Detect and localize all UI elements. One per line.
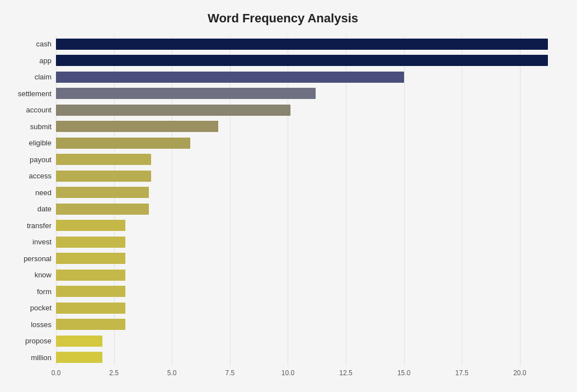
bar-row-account xyxy=(56,103,555,117)
bar-row-access xyxy=(56,169,555,183)
y-label-payout: payout xyxy=(11,152,51,167)
y-label-pocket: pocket xyxy=(11,301,51,315)
x-tick-4: 10.0 xyxy=(282,369,294,377)
bar-row-eligible xyxy=(56,136,555,150)
y-label-cash: cash xyxy=(11,37,51,51)
chart-body: cashappclaimsettlementaccountsubmiteligi… xyxy=(11,36,555,366)
grid-line-5 xyxy=(346,36,346,366)
y-label-losses: losses xyxy=(11,317,51,332)
chart-container: Word Frequency Analysis cashappclaimsett… xyxy=(0,0,577,392)
grid-line-6 xyxy=(404,36,405,366)
bar-row-claim xyxy=(56,70,555,84)
bar-row-invest xyxy=(56,235,555,249)
bar-date xyxy=(56,204,149,215)
grid-line-8 xyxy=(520,36,520,366)
bar-personal xyxy=(56,253,125,264)
y-label-million: million xyxy=(11,350,51,365)
y-label-app: app xyxy=(11,53,51,68)
grid-line-2 xyxy=(172,36,172,366)
grid-line-1 xyxy=(114,36,115,366)
bar-row-submit xyxy=(56,119,555,134)
bar-eligible xyxy=(56,138,190,149)
grid-line-0 xyxy=(56,36,57,366)
x-tick-0: 0.0 xyxy=(51,369,61,377)
bar-claim xyxy=(56,72,404,83)
y-label-claim: claim xyxy=(11,70,51,84)
bar-row-personal xyxy=(56,251,555,266)
x-tick-8: 20.0 xyxy=(513,369,526,377)
x-tick-3: 7.5 xyxy=(225,369,234,377)
x-axis: 0.02.55.07.510.012.515.017.520.0 xyxy=(56,366,555,379)
y-label-propose: propose xyxy=(11,334,51,348)
bar-cash xyxy=(56,39,548,50)
y-label-submit: submit xyxy=(11,119,51,134)
bar-row-app xyxy=(56,53,555,68)
grid-line-7 xyxy=(462,36,462,366)
bar-row-losses xyxy=(56,317,555,332)
y-label-account: account xyxy=(11,103,51,117)
bar-million xyxy=(56,352,102,363)
x-tick-2: 5.0 xyxy=(167,369,177,377)
bar-account xyxy=(56,105,290,116)
x-tick-1: 2.5 xyxy=(109,369,119,377)
bar-row-propose xyxy=(56,334,555,348)
bar-row-million xyxy=(56,350,555,365)
bar-row-pocket xyxy=(56,301,555,315)
bar-row-know xyxy=(56,268,555,282)
y-label-need: need xyxy=(11,185,51,200)
bar-submit xyxy=(56,121,218,132)
y-label-transfer: transfer xyxy=(11,218,51,233)
y-axis: cashappclaimsettlementaccountsubmiteligi… xyxy=(11,36,56,366)
bar-settlement xyxy=(56,88,316,99)
bar-row-cash xyxy=(56,37,555,51)
bar-app xyxy=(56,55,548,66)
bar-row-need xyxy=(56,185,555,200)
bar-propose xyxy=(56,336,102,347)
bar-row-payout xyxy=(56,152,555,167)
bar-row-transfer xyxy=(56,218,555,233)
bar-row-settlement xyxy=(56,86,555,101)
bar-form xyxy=(56,286,125,297)
bar-losses xyxy=(56,319,125,330)
bar-know xyxy=(56,270,125,281)
chart-title: Word Frequency Analysis xyxy=(11,11,555,26)
bar-row-form xyxy=(56,284,555,299)
bar-pocket xyxy=(56,303,125,314)
y-label-personal: personal xyxy=(11,251,51,266)
bar-need xyxy=(56,187,149,198)
y-label-date: date xyxy=(11,202,51,216)
bar-transfer xyxy=(56,220,125,231)
grid-line-3 xyxy=(230,36,231,366)
bar-payout xyxy=(56,154,151,165)
y-label-invest: invest xyxy=(11,235,51,249)
x-tick-6: 15.0 xyxy=(397,369,410,377)
y-label-eligible: eligible xyxy=(11,136,51,150)
bar-access xyxy=(56,171,151,182)
x-tick-5: 12.5 xyxy=(339,369,352,377)
y-label-know: know xyxy=(11,268,51,282)
bar-invest xyxy=(56,237,125,248)
bar-row-date xyxy=(56,202,555,216)
x-tick-7: 17.5 xyxy=(456,369,468,377)
y-label-form: form xyxy=(11,284,51,299)
grid-line-4 xyxy=(288,36,288,366)
plot-area xyxy=(56,36,555,366)
y-label-access: access xyxy=(11,169,51,183)
grid-lines xyxy=(56,36,555,366)
y-label-settlement: settlement xyxy=(11,86,51,101)
